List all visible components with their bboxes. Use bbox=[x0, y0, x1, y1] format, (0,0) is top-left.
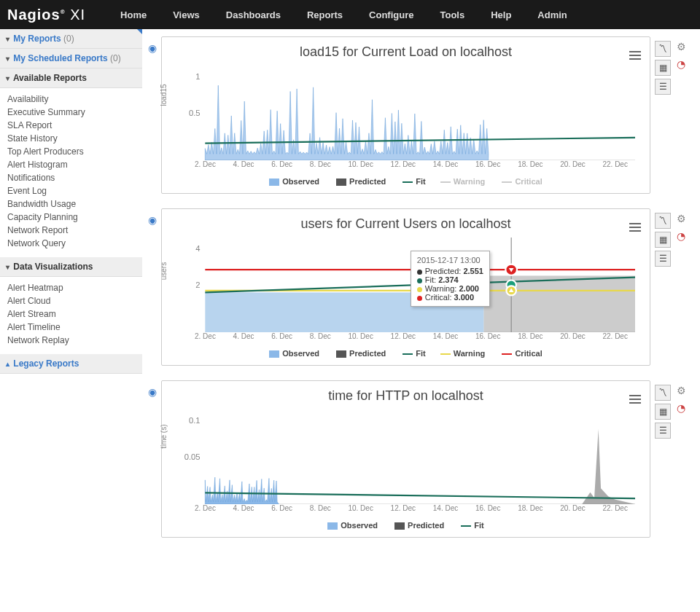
chart-plot[interactable]: time (s) 0.10.05 bbox=[176, 409, 635, 504]
sidebar-item-alert-timeline[interactable]: Alert Timeline bbox=[7, 321, 135, 334]
x-axis-ticks: 2. Dec4. Dec6. Dec8. Dec10. Dec12. Dec14… bbox=[195, 332, 628, 340]
svg-text:0.5: 0.5 bbox=[189, 109, 201, 118]
chart-side-icons: 〽 ▦ ☰ bbox=[650, 36, 674, 194]
brand-suffix: XI bbox=[70, 7, 85, 23]
svg-text:0.1: 0.1 bbox=[189, 417, 201, 425]
chart-menu-icon[interactable] bbox=[629, 221, 641, 234]
chart-legend: Observed Predicted FitWarning Critical bbox=[169, 177, 642, 186]
chart-list-icon[interactable]: ☰ bbox=[655, 251, 671, 267]
y-axis-label: users bbox=[160, 262, 168, 280]
gear-icon[interactable]: ⚙ bbox=[677, 213, 690, 226]
nav-views[interactable]: Views bbox=[160, 9, 213, 20]
chart-add-icon[interactable]: ◔ bbox=[677, 230, 690, 243]
chart-title: users for Current Users on localhost bbox=[169, 216, 642, 232]
y-axis-label: load15 bbox=[160, 84, 168, 106]
sidebar-item-network-replay[interactable]: Network Replay bbox=[7, 334, 135, 347]
sidebar-data-visualizations[interactable]: ▾ Data Visualizations bbox=[0, 257, 142, 277]
chart-right-tools: ⚙ ◔ bbox=[674, 36, 694, 194]
chart-list-icon[interactable]: ☰ bbox=[655, 79, 671, 95]
nav-items: HomeViewsDashboardsReportsConfigureTools… bbox=[107, 9, 580, 20]
sidebar: ▾ My Reports (0) ▾ My Scheduled Reports … bbox=[0, 29, 142, 560]
nav-configure[interactable]: Configure bbox=[356, 9, 427, 20]
x-axis-ticks: 2. Dec4. Dec6. Dec8. Dec10. Dec12. Dec14… bbox=[195, 160, 628, 168]
sidebar-item-state-history[interactable]: State History bbox=[7, 132, 135, 145]
sidebar-item-capacity-planning[interactable]: Capacity Planning bbox=[7, 211, 135, 224]
chart-add-icon[interactable]: ◔ bbox=[677, 402, 690, 415]
chart-right-tools: ⚙ ◔ bbox=[674, 380, 694, 538]
chart-panel: load15 for Current Load on localhost loa… bbox=[161, 36, 650, 194]
chart-add-icon[interactable]: ◔ bbox=[677, 58, 690, 71]
chart-export-icon[interactable]: ▦ bbox=[655, 404, 671, 420]
dataviz-list: Alert HeatmapAlert CloudAlert StreamAler… bbox=[0, 277, 142, 354]
chart-panel: users for Current Users on localhost use… bbox=[161, 208, 650, 366]
sidebar-item-notifications[interactable]: Notifications bbox=[7, 171, 135, 184]
chart-type-icon[interactable]: 〽 bbox=[655, 385, 671, 401]
top-nav: Nagios® XI HomeViewsDashboardsReportsCon… bbox=[0, 0, 700, 29]
sidebar-my-scheduled-reports[interactable]: ▾ My Scheduled Reports (0) bbox=[0, 49, 142, 68]
chart-side-icons: 〽 ▦ ☰ bbox=[650, 208, 674, 366]
y-axis-label: time (s) bbox=[160, 425, 168, 449]
sidebar-item-bandwidth-usage[interactable]: Bandwidth Usage bbox=[7, 197, 135, 211]
sidebar-my-reports[interactable]: ▾ My Reports (0) bbox=[0, 29, 142, 49]
sidebar-item-top-alert-producers[interactable]: Top Alert Producers bbox=[7, 145, 135, 158]
available-reports-list: AvailabilityExecutive SummarySLA ReportS… bbox=[0, 88, 142, 257]
sidebar-item-alert-histogram[interactable]: Alert Histogram bbox=[7, 158, 135, 171]
sidebar-item-alert-cloud[interactable]: Alert Cloud bbox=[7, 294, 135, 307]
chart-menu-icon[interactable] bbox=[629, 393, 641, 406]
chart-title: load15 for Current Load on localhost bbox=[169, 44, 642, 60]
sidebar-item-executive-summary[interactable]: Executive Summary bbox=[7, 106, 135, 119]
sidebar-collapse-tab[interactable] bbox=[137, 29, 142, 34]
chart-title: time for HTTP on localhost bbox=[169, 388, 642, 404]
chart-export-icon[interactable]: ▦ bbox=[655, 232, 671, 248]
nav-dashboards[interactable]: Dashboards bbox=[213, 9, 294, 20]
sidebar-item-network-report[interactable]: Network Report bbox=[7, 224, 135, 237]
x-axis-ticks: 2. Dec4. Dec6. Dec8. Dec10. Dec12. Dec14… bbox=[195, 504, 628, 512]
sidebar-item-availability[interactable]: Availability bbox=[7, 93, 135, 106]
nav-help[interactable]: Help bbox=[478, 9, 524, 20]
sidebar-item-alert-stream[interactable]: Alert Stream bbox=[7, 307, 135, 321]
nav-tools[interactable]: Tools bbox=[427, 9, 478, 20]
sidebar-available-reports[interactable]: ▾ Available Reports bbox=[0, 68, 142, 88]
main-content: ◉ load15 for Current Load on localhost l… bbox=[142, 29, 700, 560]
chart-type-icon[interactable]: 〽 bbox=[655, 213, 671, 229]
chart-legend: Observed Predicted Fit bbox=[169, 521, 642, 530]
gear-icon[interactable]: ⚙ bbox=[677, 385, 690, 398]
chart-plot[interactable]: users 42 2015-12-17 13:00 Predicted: 2.5… bbox=[176, 238, 635, 332]
brand-name: Nagios bbox=[7, 7, 61, 23]
svg-text:4: 4 bbox=[195, 245, 200, 254]
svg-text:1: 1 bbox=[195, 73, 200, 82]
sidebar-item-network-query[interactable]: Network Query bbox=[7, 237, 135, 250]
gear-icon[interactable]: ⚙ bbox=[677, 41, 690, 54]
chart-right-tools: ⚙ ◔ bbox=[674, 208, 694, 366]
chart-anchor-icon[interactable]: ◉ bbox=[148, 386, 157, 398]
nav-admin[interactable]: Admin bbox=[524, 9, 580, 20]
sidebar-item-alert-heatmap[interactable]: Alert Heatmap bbox=[7, 281, 135, 294]
sidebar-item-sla-report[interactable]: SLA Report bbox=[7, 119, 135, 132]
nav-home[interactable]: Home bbox=[107, 9, 160, 20]
chart-side-icons: 〽 ▦ ☰ bbox=[650, 380, 674, 538]
chart-export-icon[interactable]: ▦ bbox=[655, 60, 671, 76]
chart-type-icon[interactable]: 〽 bbox=[655, 41, 671, 57]
nav-reports[interactable]: Reports bbox=[294, 9, 356, 20]
chart-tooltip: 2015-12-17 13:00 Predicted: 2.551 Fit: 2… bbox=[411, 251, 490, 307]
svg-text:0.05: 0.05 bbox=[184, 453, 201, 462]
sidebar-legacy-reports[interactable]: ▴ Legacy Reports bbox=[0, 354, 142, 374]
logo: Nagios® XI bbox=[7, 7, 85, 23]
chart-anchor-icon[interactable]: ◉ bbox=[148, 42, 157, 54]
sidebar-item-event-log[interactable]: Event Log bbox=[7, 184, 135, 197]
chart-legend: Observed Predicted FitWarning Critical bbox=[169, 349, 642, 358]
chart-anchor-icon[interactable]: ◉ bbox=[148, 214, 157, 226]
chart-plot[interactable]: load15 10.5 bbox=[176, 66, 635, 160]
chart-list-icon[interactable]: ☰ bbox=[655, 423, 671, 439]
chart-menu-icon[interactable] bbox=[629, 49, 641, 62]
chart-panel: time for HTTP on localhost time (s) 0.10… bbox=[161, 380, 650, 538]
svg-text:2: 2 bbox=[195, 281, 200, 290]
